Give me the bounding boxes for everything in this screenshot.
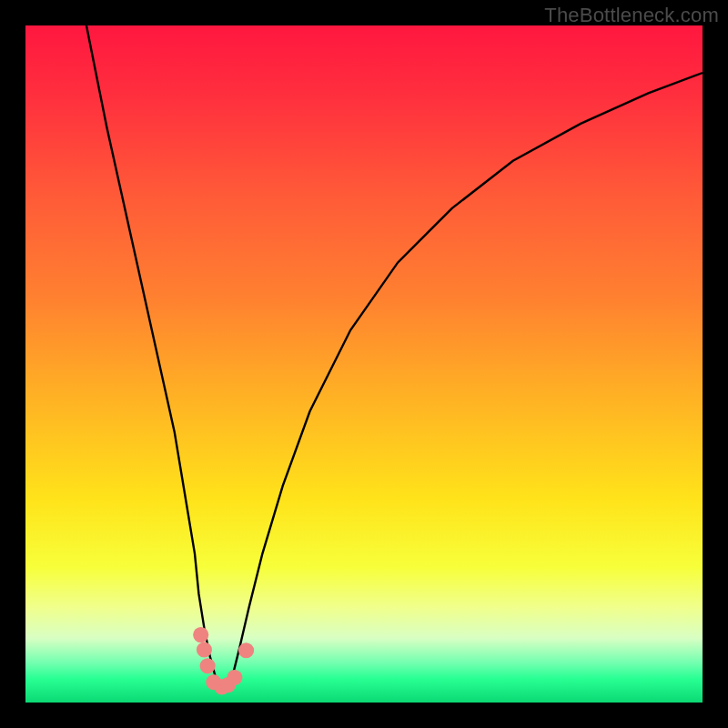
- marker-dot: [227, 670, 242, 685]
- plot-area: [25, 25, 703, 703]
- watermark-text: TheBottleneck.com: [544, 4, 719, 27]
- marker-dot: [197, 642, 212, 657]
- marker-dot: [200, 658, 216, 673]
- chart-overlay: [25, 25, 703, 703]
- marker-dot: [238, 642, 254, 658]
- marker-dot: [193, 627, 208, 642]
- chart-frame: TheBottleneck.com: [0, 0, 728, 728]
- bottleneck-curve: [86, 25, 703, 688]
- markers-group: [193, 627, 254, 694]
